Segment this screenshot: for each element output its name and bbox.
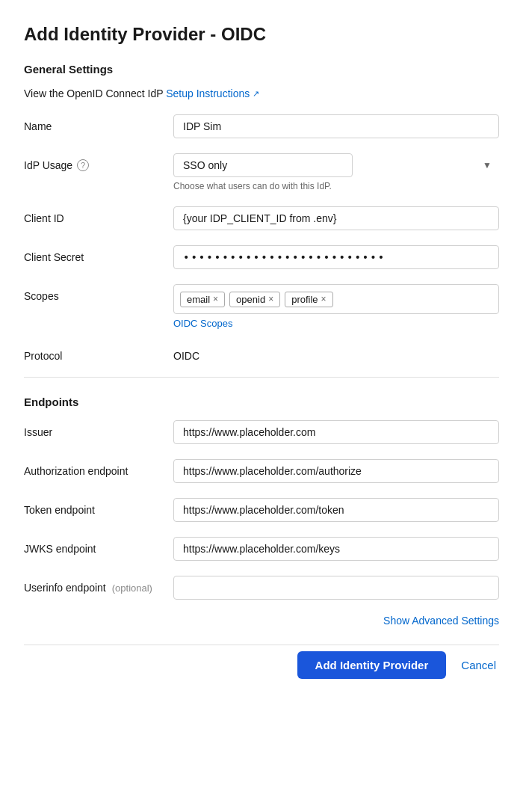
select-arrow-icon: ▼	[483, 160, 492, 170]
idp-usage-select[interactable]: SSO only SSO and Login Login only	[173, 153, 353, 177]
authorization-endpoint-input[interactable]	[173, 459, 499, 483]
client-id-row: Client ID	[24, 206, 499, 230]
authorization-endpoint-control	[173, 459, 499, 483]
remove-profile-button[interactable]: ×	[321, 295, 327, 304]
issuer-control	[173, 420, 499, 444]
name-input[interactable]	[173, 114, 499, 138]
endpoints-title: Endpoints	[24, 396, 499, 408]
token-endpoint-row: Token endpoint	[24, 498, 499, 522]
remove-openid-button[interactable]: ×	[268, 295, 273, 304]
scopes-control: email × openid × profile × OIDC Scopes	[173, 284, 499, 329]
client-secret-row: Client Secret	[24, 245, 499, 269]
scope-openid-label: openid	[236, 294, 265, 305]
section-divider	[24, 377, 499, 378]
scope-tag-openid: openid ×	[229, 292, 280, 307]
client-id-label: Client ID	[24, 206, 173, 224]
setup-instructions-row: View the OpenID Connect IdP Setup Instru…	[24, 87, 499, 99]
client-secret-label: Client Secret	[24, 245, 173, 263]
oidc-scopes-link[interactable]: OIDC Scopes	[173, 318, 499, 329]
setup-instructions-link[interactable]: Setup Instructions ↗	[166, 87, 259, 99]
name-control	[173, 114, 499, 138]
protocol-value: OIDC	[173, 344, 499, 362]
external-link-icon: ↗	[253, 89, 259, 99]
scopes-label: Scopes	[24, 284, 173, 302]
protocol-row: Protocol OIDC	[24, 344, 499, 362]
authorization-endpoint-row: Authorization endpoint	[24, 459, 499, 483]
footer-actions: Add Identity Provider Cancel	[24, 645, 499, 679]
remove-email-button[interactable]: ×	[213, 295, 218, 304]
add-identity-provider-button[interactable]: Add Identity Provider	[297, 651, 447, 679]
token-endpoint-control	[173, 498, 499, 522]
scopes-container[interactable]: email × openid × profile ×	[173, 284, 499, 314]
idp-usage-label: IdP Usage ?	[24, 153, 173, 171]
page-container: Add Identity Provider - OIDC General Set…	[0, 0, 523, 703]
userinfo-optional-label: (optional)	[112, 582, 152, 594]
idp-usage-row: IdP Usage ? SSO only SSO and Login Login…	[24, 153, 499, 191]
cancel-button[interactable]: Cancel	[458, 651, 499, 679]
client-secret-control	[173, 245, 499, 269]
scope-tag-profile: profile ×	[285, 292, 332, 307]
jwks-endpoint-input[interactable]	[173, 537, 499, 561]
idp-usage-help-icon[interactable]: ?	[77, 159, 89, 171]
idp-usage-control: SSO only SSO and Login Login only ▼ Choo…	[173, 153, 499, 191]
jwks-endpoint-label: JWKS endpoint	[24, 537, 173, 555]
protocol-label: Protocol	[24, 344, 173, 362]
name-row: Name	[24, 114, 499, 138]
client-id-control	[173, 206, 499, 230]
idp-usage-hint: Choose what users can do with this IdP.	[173, 181, 499, 191]
page-title: Add Identity Provider - OIDC	[24, 24, 499, 45]
general-settings-title: General Settings	[24, 63, 499, 76]
userinfo-endpoint-input[interactable]	[173, 576, 499, 600]
scope-profile-label: profile	[291, 294, 318, 305]
token-endpoint-input[interactable]	[173, 498, 499, 522]
name-label: Name	[24, 114, 173, 132]
idp-usage-select-wrap: SSO only SSO and Login Login only ▼	[173, 153, 499, 177]
userinfo-endpoint-row: Userinfo endpoint (optional)	[24, 576, 499, 600]
issuer-label: Issuer	[24, 420, 173, 438]
jwks-endpoint-control	[173, 537, 499, 561]
client-secret-input[interactable]	[173, 245, 499, 269]
userinfo-endpoint-label: Userinfo endpoint (optional)	[24, 576, 173, 594]
scope-tag-email: email ×	[180, 292, 225, 307]
show-advanced-settings-link[interactable]: Show Advanced Settings	[24, 615, 499, 627]
setup-instructions-prefix: View the OpenID Connect IdP	[24, 87, 163, 99]
scope-email-label: email	[187, 294, 210, 305]
protocol-control: OIDC	[173, 344, 499, 362]
issuer-row: Issuer	[24, 420, 499, 444]
jwks-endpoint-row: JWKS endpoint	[24, 537, 499, 561]
userinfo-endpoint-control	[173, 576, 499, 600]
client-id-input[interactable]	[173, 206, 499, 230]
authorization-endpoint-label: Authorization endpoint	[24, 459, 173, 477]
issuer-input[interactable]	[173, 420, 499, 444]
token-endpoint-label: Token endpoint	[24, 498, 173, 516]
scopes-row: Scopes email × openid × profile × OIDC S…	[24, 284, 499, 329]
